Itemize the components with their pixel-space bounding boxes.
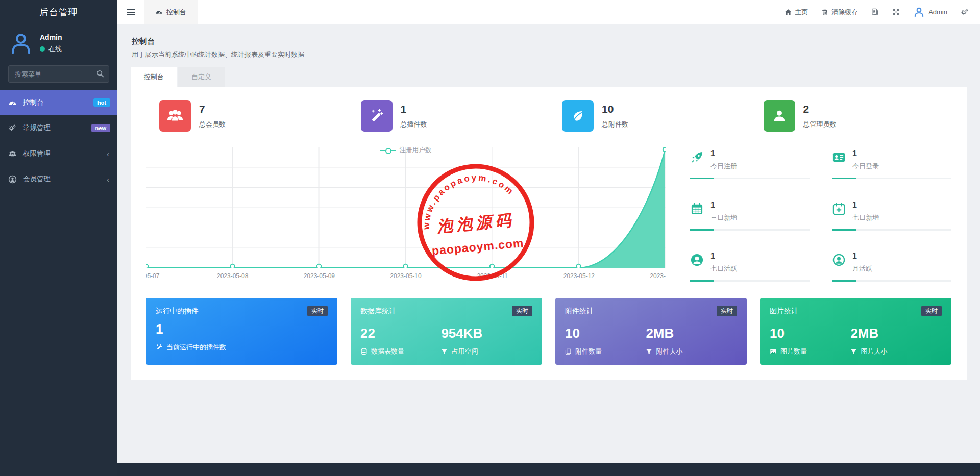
docs-icon[interactable] <box>871 8 879 16</box>
new-badge: new <box>91 124 110 132</box>
users-icon <box>8 149 17 158</box>
sidebar-item-member[interactable]: 会员管理 ‹ <box>0 166 117 192</box>
mini-label: 今日登录 <box>852 162 879 171</box>
stat-label: 总会员数 <box>199 120 226 129</box>
mini-label: 月活跃 <box>852 264 872 273</box>
gears-icon <box>8 124 17 132</box>
card-title: 图片统计 <box>770 307 798 316</box>
x-tick-label: 2023-05-10 <box>390 272 421 280</box>
x-tick-label: 2023-05-13 <box>650 272 666 280</box>
user-icon <box>764 100 795 132</box>
user-name: Admin <box>40 33 62 41</box>
x-tick-label: 05-07 <box>146 272 159 280</box>
panel-body: 7 总会员数 1 总插件数 <box>131 87 967 380</box>
mini-label: 三日新增 <box>710 213 737 222</box>
home-icon <box>785 9 792 16</box>
card-database-stats: 数据库统计 实时 22 数据表数量 <box>351 298 542 365</box>
card-value: 1 <box>156 322 328 336</box>
sidebar-item-dashboard[interactable]: 控制台 hot <box>0 90 117 115</box>
stat-value: 2 <box>803 103 837 115</box>
mini-stats: 1 今日注册 1 今日登录 <box>666 147 951 282</box>
menu-search <box>8 65 109 83</box>
registered-users-chart: 注册用户数 05-072023-05-082023-05-092023-05-1… <box>146 147 666 282</box>
card-title: 数据库统计 <box>360 307 396 316</box>
legend-marker-icon <box>380 148 396 153</box>
clear-cache-link[interactable]: 清除缓存 <box>821 8 858 17</box>
sidebar: 后台管理 Admin 在线 控制台 hot <box>0 0 117 476</box>
summary-cards: 运行中的插件 实时 1 当前运行中的插件数 <box>146 298 951 365</box>
magic-wand-icon <box>156 344 163 351</box>
home-link[interactable]: 主页 <box>785 8 808 17</box>
sidebar-item-label: 控制台 <box>23 98 44 107</box>
realtime-badge: 实时 <box>717 306 737 316</box>
mini-label: 七日新增 <box>852 213 879 222</box>
hamburger-icon[interactable] <box>117 0 144 24</box>
card-value: 954KB <box>441 327 532 340</box>
expand-icon[interactable] <box>892 8 900 16</box>
clear-cache-label: 清除缓存 <box>831 8 858 17</box>
card-caption: 图片大小 <box>861 347 887 356</box>
admin-menu[interactable]: Admin <box>913 6 947 18</box>
search-icon <box>96 70 104 78</box>
copy-icon <box>565 348 572 355</box>
mini-value: 1 <box>852 149 879 158</box>
mini-today-login: 1 今日登录 <box>832 147 951 179</box>
avatar[interactable] <box>9 32 33 55</box>
card-title: 附件统计 <box>565 307 594 316</box>
sidebar-item-label: 常规管理 <box>23 123 51 133</box>
chart-row: 注册用户数 05-072023-05-082023-05-092023-05-1… <box>146 147 951 282</box>
mini-progress <box>832 229 951 231</box>
stat-total-members: 7 总会员数 <box>146 100 348 132</box>
mini-value: 1 <box>710 149 737 158</box>
realtime-badge: 实时 <box>921 306 942 316</box>
stats-row: 7 总会员数 1 总插件数 <box>146 100 951 132</box>
x-tick-label: 2023-05-11 <box>477 272 508 280</box>
sidebar-item-auth[interactable]: 权限管理 ‹ <box>0 141 117 166</box>
mini-value: 1 <box>852 201 879 210</box>
card-image-stats: 图片统计 实时 10 图片数量 <box>760 298 951 365</box>
calendar-icon <box>690 202 704 216</box>
chart-legend[interactable]: 注册用户数 <box>146 146 666 155</box>
card-caption: 附件数量 <box>575 347 602 356</box>
mini-3day-new: 1 三日新增 <box>690 198 810 231</box>
realtime-badge: 实时 <box>307 306 328 316</box>
mini-7day-new: 1 七日新增 <box>832 198 951 231</box>
chevron-left-icon: ‹ <box>107 175 109 184</box>
stat-total-plugins: 1 总插件数 <box>348 100 549 132</box>
users-icon <box>159 100 191 132</box>
realtime-badge: 实时 <box>512 306 532 316</box>
chevron-left-icon: ‹ <box>107 149 109 158</box>
stat-total-admins: 2 总管理员数 <box>750 100 952 132</box>
content: 控制台 用于展示当前系统中的统计数据、统计报表及重要实时数据 控制台 自定义 7… <box>117 24 980 380</box>
page-head: 控制台 用于展示当前系统中的统计数据、统计报表及重要实时数据 <box>131 32 967 59</box>
dashboard-icon <box>155 8 163 16</box>
sidebar-item-general[interactable]: 常规管理 new <box>0 115 117 141</box>
card-caption: 数据表数量 <box>371 347 404 356</box>
gears-icon[interactable] <box>961 8 969 16</box>
mini-progress <box>690 229 810 231</box>
database-icon <box>360 348 368 355</box>
topbar: 控制台 主页 清除缓存 <box>117 0 980 24</box>
card-caption: 当前运行中的插件数 <box>166 343 226 352</box>
user-circle-outline-icon <box>832 253 846 267</box>
leaf-icon <box>562 100 594 132</box>
app-title: 后台管理 <box>0 0 117 24</box>
search-input[interactable] <box>8 65 109 83</box>
online-dot <box>40 46 45 52</box>
stat-value: 1 <box>401 103 427 115</box>
funnel-icon <box>441 348 448 355</box>
stat-label: 总管理员数 <box>803 120 837 129</box>
stat-label: 总附件数 <box>602 120 628 129</box>
x-tick-label: 2023-05-08 <box>217 272 248 280</box>
mini-value: 1 <box>710 201 737 210</box>
user-circle-icon <box>690 253 704 267</box>
card-caption: 附件大小 <box>656 347 682 356</box>
stat-total-attachments: 10 总附件数 <box>549 100 750 132</box>
x-tick-label: 2023-05-09 <box>304 272 335 280</box>
card-value: 2MB <box>646 327 737 340</box>
magic-wand-icon <box>361 100 393 132</box>
tab-dashboard[interactable]: 控制台 <box>131 67 177 87</box>
topbar-tab-dashboard[interactable]: 控制台 <box>144 0 198 24</box>
tab-custom[interactable]: 自定义 <box>178 67 225 87</box>
card-attachment-stats: 附件统计 实时 10 附件数量 <box>555 298 747 365</box>
